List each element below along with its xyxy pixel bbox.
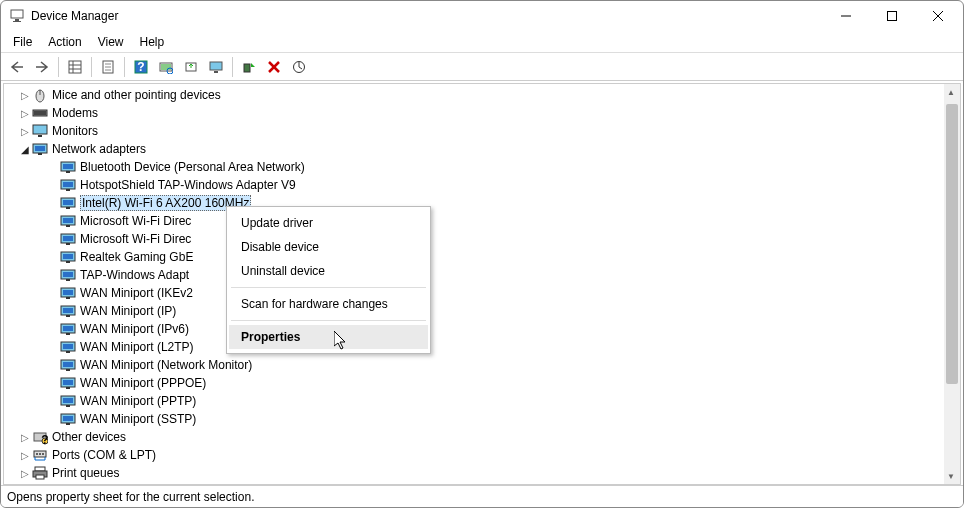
tree-category[interactable]: ▷Monitors <box>4 122 944 140</box>
expand-arrow-icon[interactable]: ▷ <box>18 108 32 119</box>
device-label: WAN Miniport (IKEv2 <box>80 286 193 300</box>
svg-rect-21 <box>210 62 222 70</box>
network-adapter-icon <box>60 195 76 211</box>
network-adapter-icon <box>60 393 76 409</box>
tree-device-item[interactable]: Realtek Gaming GbE <box>4 248 944 266</box>
tree-device-item[interactable]: Microsoft Wi-Fi Direc <box>4 230 944 248</box>
category-label: Network adapters <box>52 142 146 156</box>
tree-device-item[interactable]: WAN Miniport (PPTP) <box>4 392 944 410</box>
tree-device-item[interactable]: WAN Miniport (IKEv2 <box>4 284 944 302</box>
tree-device-item[interactable]: Bluetooth Device (Personal Area Network) <box>4 158 944 176</box>
tree-device-item[interactable]: WAN Miniport (L2TP) <box>4 338 944 356</box>
tree-device-item[interactable]: HotspotShield TAP-Windows Adapter V9 <box>4 176 944 194</box>
tree-device-item[interactable]: WAN Miniport (SSTP) <box>4 410 944 428</box>
scan-hardware-button[interactable] <box>154 55 178 79</box>
svg-rect-73 <box>63 380 73 385</box>
monitor-button[interactable] <box>204 55 228 79</box>
properties-button[interactable] <box>96 55 120 79</box>
tree-device-item[interactable]: Microsoft Wi-Fi Direc <box>4 212 944 230</box>
device-label: WAN Miniport (IPv6) <box>80 322 189 336</box>
context-menu-item[interactable]: Update driver <box>229 211 428 235</box>
menu-view[interactable]: View <box>90 33 132 51</box>
context-menu-item[interactable]: Properties <box>229 325 428 349</box>
tree-category[interactable]: ▷Modems <box>4 104 944 122</box>
update-driver-button[interactable] <box>179 55 203 79</box>
network-adapter-icon <box>60 267 76 283</box>
context-menu-separator <box>231 287 426 288</box>
svg-rect-23 <box>244 64 250 72</box>
menu-action[interactable]: Action <box>40 33 89 51</box>
svg-rect-71 <box>66 369 70 371</box>
svg-rect-47 <box>66 225 70 227</box>
device-tree[interactable]: ▷Mice and other pointing devices▷Modems▷… <box>4 84 944 484</box>
svg-rect-44 <box>66 207 70 209</box>
other-icon: ? <box>32 429 48 445</box>
context-menu: Update driverDisable deviceUninstall dev… <box>226 206 431 354</box>
svg-rect-79 <box>63 416 73 421</box>
minimize-button[interactable] <box>823 1 869 31</box>
tree-category[interactable]: ▷Mice and other pointing devices <box>4 86 944 104</box>
device-label: Bluetooth Device (Personal Area Network) <box>80 160 305 174</box>
context-menu-item[interactable]: Disable device <box>229 235 428 259</box>
device-label: Microsoft Wi-Fi Direc <box>80 232 191 246</box>
tree-category[interactable]: ▷?Other devices <box>4 428 944 446</box>
menu-file[interactable]: File <box>5 33 40 51</box>
collapse-arrow-icon[interactable]: ◢ <box>18 144 32 155</box>
svg-rect-31 <box>33 125 47 134</box>
help-button[interactable]: ? <box>129 55 153 79</box>
close-button[interactable] <box>915 1 961 31</box>
svg-rect-74 <box>66 387 70 389</box>
menu-help[interactable]: Help <box>132 33 173 51</box>
device-label: Microsoft Wi-Fi Direc <box>80 214 191 228</box>
window-title: Device Manager <box>31 9 118 23</box>
tree-category[interactable]: ▷Ports (COM & LPT) <box>4 446 944 464</box>
svg-rect-64 <box>63 326 73 331</box>
monitor-icon <box>32 123 48 139</box>
printer-icon <box>32 465 48 481</box>
context-menu-item[interactable]: Uninstall device <box>229 259 428 283</box>
svg-rect-88 <box>35 467 45 471</box>
refresh-button[interactable] <box>287 55 311 79</box>
tree-category[interactable]: ▷Print queues <box>4 464 944 482</box>
back-button[interactable] <box>5 55 29 79</box>
forward-button[interactable] <box>30 55 54 79</box>
scroll-thumb[interactable] <box>946 104 958 384</box>
show-hide-tree-button[interactable] <box>63 55 87 79</box>
scroll-down-arrow[interactable]: ▼ <box>944 468 958 484</box>
svg-rect-37 <box>63 164 73 169</box>
expand-arrow-icon[interactable]: ▷ <box>18 432 32 443</box>
context-menu-separator <box>231 320 426 321</box>
svg-point-86 <box>39 453 41 455</box>
expand-arrow-icon[interactable]: ▷ <box>18 468 32 479</box>
network-adapter-icon <box>60 321 76 337</box>
tree-device-item[interactable]: WAN Miniport (IP) <box>4 302 944 320</box>
network-adapter-icon <box>60 231 76 247</box>
svg-rect-80 <box>66 423 70 425</box>
titlebar: Device Manager <box>1 1 963 31</box>
scroll-up-arrow[interactable]: ▲ <box>944 84 958 100</box>
tree-device-item[interactable]: TAP-Windows Adapt <box>4 266 944 284</box>
svg-rect-53 <box>66 261 70 263</box>
context-menu-item[interactable]: Scan for hardware changes <box>229 292 428 316</box>
status-bar: Opens property sheet for the current sel… <box>1 485 963 507</box>
network-adapter-icon <box>60 411 76 427</box>
svg-rect-2 <box>13 21 21 22</box>
enable-device-button[interactable] <box>237 55 261 79</box>
svg-text:?: ? <box>137 60 144 74</box>
expand-arrow-icon[interactable]: ▷ <box>18 126 32 137</box>
network-adapter-icon <box>60 375 76 391</box>
toolbar: ? <box>1 53 963 81</box>
tree-device-item[interactable]: Intel(R) Wi-Fi 6 AX200 160MHz <box>4 194 944 212</box>
svg-rect-58 <box>63 290 73 295</box>
tree-device-item[interactable]: WAN Miniport (IPv6) <box>4 320 944 338</box>
expand-arrow-icon[interactable]: ▷ <box>18 450 32 461</box>
tree-device-item[interactable]: WAN Miniport (PPPOE) <box>4 374 944 392</box>
tree-device-item[interactable]: WAN Miniport (Network Monitor) <box>4 356 944 374</box>
vertical-scrollbar[interactable]: ▲ ▼ <box>944 84 960 484</box>
uninstall-device-button[interactable] <box>262 55 286 79</box>
expand-arrow-icon[interactable]: ▷ <box>18 90 32 101</box>
tree-category[interactable]: ◢Network adapters <box>4 140 944 158</box>
svg-rect-18 <box>161 64 171 70</box>
svg-rect-76 <box>63 398 73 403</box>
maximize-button[interactable] <box>869 1 915 31</box>
